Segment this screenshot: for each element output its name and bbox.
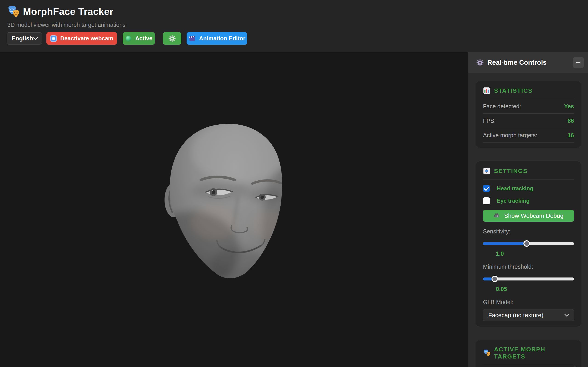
show-webcam-debug-button[interactable]: Show Webcam Debug (483, 210, 574, 222)
sensitivity-label: Sensitivity: (483, 228, 574, 235)
stat-row-fps: FPS: 86 (483, 114, 574, 128)
minus-icon (576, 62, 580, 63)
glb-model-label: GLB Model: (483, 299, 574, 306)
settings-gear-button[interactable] (163, 32, 181, 45)
face-model (164, 122, 285, 281)
deactivate-webcam-button[interactable]: Deactivate webcam (46, 32, 117, 45)
threshold-slider[interactable] (483, 276, 574, 282)
threshold-slider-thumb[interactable] (492, 276, 498, 282)
animation-editor-label: Animation Editor (199, 35, 245, 42)
eye-tracking-row: Eye tracking (483, 197, 574, 204)
stat-row-face-detected: Face detected: Yes (483, 99, 574, 114)
stat-label: Face detected: (483, 103, 521, 110)
theater-masks-icon (7, 6, 19, 18)
glb-model-select[interactable]: Facecap (no texture) (483, 309, 574, 321)
theater-masks-icon (483, 349, 490, 357)
statistics-heading: STATISTICS (494, 87, 533, 94)
active-status-button[interactable]: Active (123, 32, 155, 45)
glb-model-value: Facecap (no texture) (488, 312, 544, 319)
green-ball-icon (125, 35, 132, 42)
movie-camera-icon (493, 212, 501, 219)
language-select-value: English (11, 35, 33, 42)
realtime-controls-panel: Real-time Controls STATISTICS Face detec… (468, 52, 588, 367)
threshold-value: 0.05 (483, 286, 574, 292)
gear-icon (476, 59, 484, 66)
panel-body: STATISTICS Face detected: Yes FPS: 86 Ac… (468, 73, 588, 367)
stat-value: Yes (564, 103, 574, 110)
app-header: MorphFace Tracker 3D model viewer with m… (0, 0, 588, 52)
app-title: MorphFace Tracker (23, 6, 113, 17)
chevron-down-icon (33, 37, 38, 40)
sensitivity-slider-thumb[interactable] (523, 240, 530, 247)
chevron-down-icon (564, 314, 569, 317)
minimize-panel-button[interactable] (573, 57, 584, 68)
panel-header: Real-time Controls (468, 52, 588, 73)
app-subtitle: 3D model viewer with morph target animat… (7, 22, 125, 28)
level-slider-icon (483, 167, 490, 175)
panel-title: Real-time Controls (487, 59, 569, 66)
language-select[interactable]: English (7, 32, 42, 44)
head-tracking-label: Head tracking (497, 185, 533, 192)
deactivate-webcam-label: Deactivate webcam (60, 35, 113, 42)
toolbar: English Deactivate webcam Active (7, 32, 247, 45)
stat-value: 16 (568, 132, 574, 139)
stat-label: FPS: (483, 117, 496, 124)
stat-row-active-morphs: Active morph targets: 16 (483, 128, 574, 142)
stat-value: 86 (568, 117, 574, 124)
active-status-label: Active (135, 35, 152, 42)
morph-targets-card: ACTIVE MORPH TARGETS mouthSmile_L 89.0% … (476, 340, 581, 367)
stop-square-icon (50, 35, 57, 42)
head-tracking-row: Head tracking (483, 185, 574, 192)
settings-card: SETTINGS Head tracking Eye tracking Show (476, 161, 581, 327)
morph-targets-heading: ACTIVE MORPH TARGETS (494, 346, 574, 360)
sensitivity-slider[interactable] (483, 240, 574, 247)
bar-chart-icon (483, 87, 490, 94)
threshold-label: Minimum threshold: (483, 264, 574, 270)
eye-tracking-checkbox[interactable] (483, 197, 490, 204)
clapperboard-icon (188, 35, 196, 42)
animation-editor-button[interactable]: Animation Editor (187, 32, 247, 45)
head-tracking-checkbox[interactable] (483, 185, 490, 192)
stat-label: Active morph targets: (483, 132, 537, 139)
eye-tracking-label: Eye tracking (497, 198, 530, 204)
show-webcam-debug-label: Show Webcam Debug (504, 212, 563, 219)
settings-heading: SETTINGS (494, 167, 527, 175)
gear-icon (168, 35, 176, 42)
statistics-card: STATISTICS Face detected: Yes FPS: 86 Ac… (476, 81, 581, 148)
viewport-3d[interactable] (0, 52, 468, 367)
sensitivity-value: 1.0 (483, 250, 574, 257)
